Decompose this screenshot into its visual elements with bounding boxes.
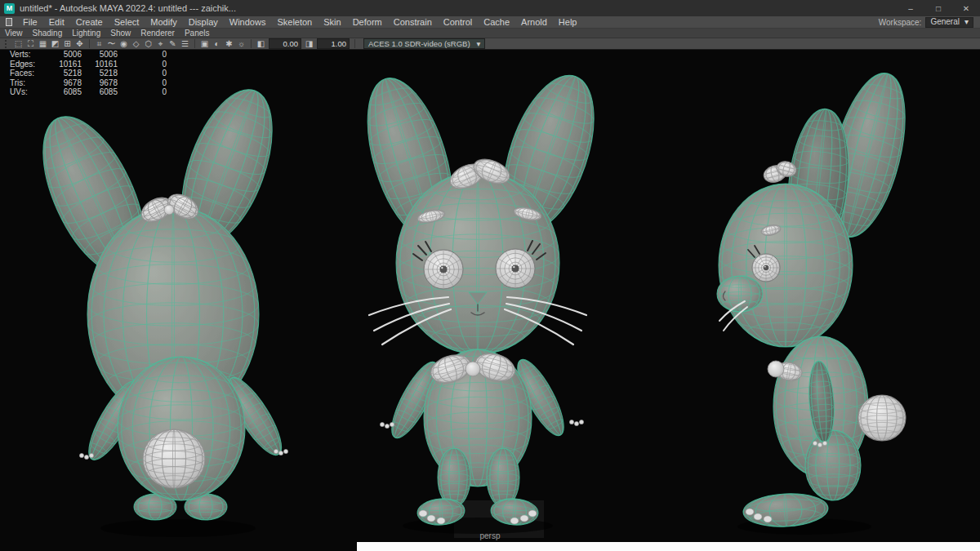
viewport-3d[interactable]: Verts: 5006 5006 0 Edges: 10161 10161 0 … <box>0 50 980 551</box>
menu-item[interactable]: Windows <box>224 16 272 28</box>
select-by-object-icon[interactable]: ⛶ <box>24 38 37 49</box>
hud-selected: 6085 <box>82 87 118 97</box>
menu-item[interactable]: File <box>17 16 43 28</box>
editor-list-icon[interactable]: ☰ <box>179 38 191 49</box>
close-button[interactable]: ✕ <box>952 0 980 16</box>
title-bar: M untitled* - Autodesk MAYA 2022.4: unti… <box>0 0 980 16</box>
hud-selected: 5218 <box>82 69 118 78</box>
hud-selected: 5006 <box>82 50 118 60</box>
hud-selected: 10161 <box>82 60 118 69</box>
hud-label: Tris: <box>10 78 41 88</box>
make-live-icon[interactable]: ⌖ <box>154 38 167 49</box>
construction-history-icon[interactable]: ✎ <box>167 38 179 49</box>
snap-to-curve-icon[interactable]: 〜 <box>105 38 118 49</box>
chevron-down-icon: ▾ <box>477 39 481 48</box>
select-by-hierarchy-icon[interactable]: ⬚ <box>12 38 24 49</box>
hud-extra: 0 <box>118 87 167 97</box>
snapping-icon-group: ⌗〜◉◇⬡⌖✎☰ <box>93 38 191 49</box>
overlay-window-strip <box>357 542 980 551</box>
hud-row: Tris: 9678 9678 0 <box>10 78 167 88</box>
workspace-selector[interactable]: Workspace: General ▾ <box>879 17 980 28</box>
toolbar-separator <box>251 39 252 48</box>
toolbar-separator <box>89 39 90 48</box>
hud-total: 5218 <box>41 69 82 78</box>
menu-item[interactable]: Skin <box>318 16 346 28</box>
snap-to-plane-icon[interactable]: ◇ <box>130 38 142 49</box>
scene-file-icon <box>6 18 12 26</box>
hud-label: UVs: <box>10 87 41 97</box>
panel-menu-bar: ViewShadingLightingShowRendererPanels <box>0 29 980 38</box>
menu-item[interactable]: Cache <box>478 16 515 28</box>
hud-label: Edges: <box>10 60 41 69</box>
menu-bar: FileEditCreateSelectModifyDisplayWindows… <box>0 16 980 29</box>
transform-value-field[interactable]: 0.00 <box>269 38 301 49</box>
hud-extra: 0 <box>118 60 167 69</box>
hud-total: 9678 <box>41 78 82 88</box>
highlight-selection-icon[interactable]: ◩ <box>49 38 61 49</box>
menu-item[interactable]: Control <box>438 16 478 28</box>
hud-row: Verts: 5006 5006 0 <box>10 50 167 60</box>
panel-menu-item[interactable]: Shading <box>28 29 68 38</box>
snap-to-mesh-icon[interactable]: ⬡ <box>142 38 154 49</box>
hud-total: 5006 <box>41 50 82 60</box>
panel-menu-item[interactable]: Panels <box>180 29 215 38</box>
render-icon-group: ▣◐✱☼ <box>198 38 247 49</box>
input-field-icon: ◨ <box>303 38 315 49</box>
window-controls: – □ ✕ <box>897 0 980 16</box>
hud-selected: 9678 <box>82 78 118 88</box>
panel-menu-item[interactable]: View <box>0 29 28 38</box>
input-field-icon: ◧ <box>255 38 267 49</box>
hud-row: Edges: 10161 10161 0 <box>10 60 167 69</box>
hud-label: Verts: <box>10 50 41 60</box>
poly-count-hud: Verts: 5006 5006 0 Edges: 10161 10161 0 … <box>10 50 167 97</box>
menu-item[interactable]: Edit <box>43 16 70 28</box>
panel-menus: ViewShadingLightingShowRendererPanels <box>0 29 215 38</box>
hud-row: UVs: 6085 6085 0 <box>10 87 167 97</box>
ipr-render-icon[interactable]: ◐ <box>211 38 223 49</box>
workspace-dropdown[interactable]: General ▾ <box>925 17 973 28</box>
hud-label: Faces: <box>10 69 41 78</box>
menu-item[interactable]: Arnold <box>515 16 553 28</box>
toolbar-separator <box>354 39 355 48</box>
toolbar-grip-icon <box>5 40 9 48</box>
hud-total: 10161 <box>41 60 82 69</box>
snap-to-point-icon[interactable]: ◉ <box>118 38 130 49</box>
main-menus: FileEditCreateSelectModifyDisplayWindows… <box>17 16 582 28</box>
render-icon[interactable]: ▣ <box>198 38 211 49</box>
panel-menu-item[interactable]: Lighting <box>67 29 105 38</box>
workspace-value: General <box>930 17 960 27</box>
hud-extra: 0 <box>118 69 167 78</box>
hud-row: Faces: 5218 5218 0 <box>10 69 167 78</box>
maya-logo-icon: M <box>4 3 15 14</box>
panel-toolbar: ⬚⛶▦◩⊞✥ ⌗〜◉◇⬡⌖✎☰ ▣◐✱☼ ◧ 0.00 ◨ 1.00 ACES … <box>0 38 980 50</box>
minimize-button[interactable]: – <box>897 0 924 16</box>
toolbar-separator <box>194 39 195 48</box>
hud-extra: 0 <box>118 78 167 88</box>
menu-item[interactable]: Constrain <box>388 16 438 28</box>
panel-menu-item[interactable]: Show <box>105 29 136 38</box>
camera-label: persp <box>0 531 980 540</box>
menu-item[interactable]: Select <box>109 16 145 28</box>
workspace-label: Workspace: <box>879 18 922 27</box>
rubber-band-select-icon[interactable]: ⊞ <box>61 38 74 49</box>
menu-item[interactable]: Create <box>70 16 109 28</box>
menu-item[interactable]: Deform <box>347 16 388 28</box>
hud-extra: 0 <box>118 50 167 60</box>
colorspace-value: ACES 1.0 SDR-video (sRGB) <box>368 39 470 48</box>
display-layers-icon[interactable]: ☼ <box>235 38 247 49</box>
maximize-button[interactable]: □ <box>924 0 952 16</box>
chevron-down-icon: ▾ <box>964 17 969 27</box>
select-by-component-icon[interactable]: ▦ <box>37 38 49 49</box>
snap-to-grid-icon[interactable]: ⌗ <box>93 38 105 49</box>
menu-item[interactable]: Modify <box>145 16 182 28</box>
rabbit-model-render <box>0 50 980 551</box>
menu-item[interactable]: Display <box>183 16 224 28</box>
colorspace-dropdown[interactable]: ACES 1.0 SDR-video (sRGB) ▾ <box>363 38 485 49</box>
menu-item[interactable]: Help <box>553 16 583 28</box>
lasso-select-icon[interactable]: ✥ <box>74 38 86 49</box>
menu-item[interactable]: Skeleton <box>271 16 318 28</box>
scale-value-field[interactable]: 1.00 <box>317 38 350 49</box>
panel-menu-item[interactable]: Renderer <box>136 29 180 38</box>
render-settings-icon[interactable]: ✱ <box>223 38 235 49</box>
selection-icon-group: ⬚⛶▦◩⊞✥ <box>12 38 86 49</box>
